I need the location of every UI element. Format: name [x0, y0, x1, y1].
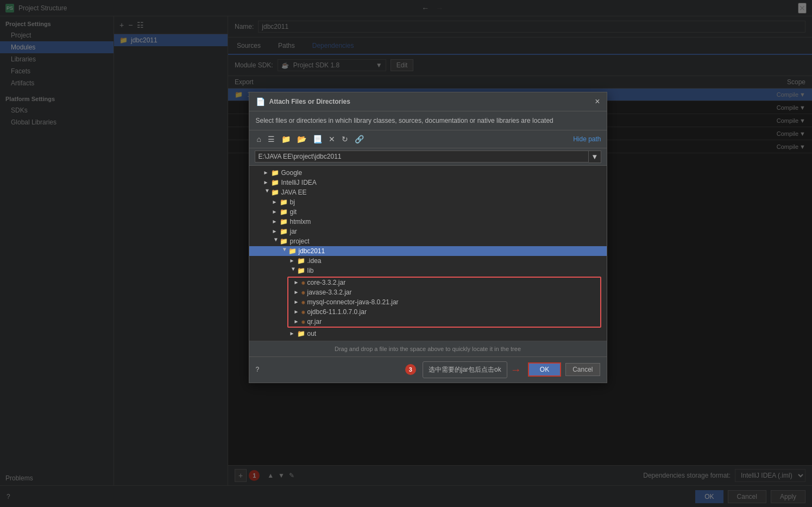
file-refresh-button[interactable]: ↻ — [339, 134, 350, 145]
tooltip-3: 选中需要的jar包后点击ok — [423, 361, 507, 378]
modal-ok-button[interactable]: OK — [528, 362, 561, 377]
folder-icon-lib: 📁 — [297, 267, 305, 274]
tree-item-qr-jar[interactable]: ► ⎈ qr.jar — [288, 317, 600, 327]
modal-titlebar: 📄 Attach Files or Directories × — [249, 92, 607, 111]
tree-item-google[interactable]: ► 📁 Google — [249, 168, 607, 178]
folder-icon-htmlxm: 📁 — [280, 218, 288, 226]
file-list-button[interactable]: ☰ — [266, 134, 277, 145]
tree-arrow-git: ► — [272, 209, 280, 215]
jar-icon-core: ⎈ — [301, 279, 305, 286]
folder-icon-project: 📁 — [280, 237, 288, 245]
folder-icon-idea: 📁 — [297, 257, 305, 265]
tree-label-project: project — [290, 237, 310, 245]
tree-item-jdbc2011[interactable]: ► 📁 jdbc2011 — [249, 246, 607, 256]
tree-arrow-intellij: ► — [263, 179, 271, 185]
tree-arrow-ojdbc-jar: ► — [294, 309, 301, 315]
tree-label-out: out — [307, 330, 317, 337]
tree-item-bj[interactable]: ► 📁 bj — [249, 197, 607, 207]
tree-arrow-out: ► — [289, 330, 297, 336]
tree-item-htmlxm[interactable]: ► 📁 htmlxm — [249, 217, 607, 227]
modal-cancel-button[interactable]: Cancel — [565, 363, 600, 376]
tree-label-idea: .idea — [307, 257, 322, 265]
jar-files-box: ► ⎈ core-3.3.2.jar ► ⎈ javase-3.3.2.jar … — [287, 277, 601, 328]
tree-label-google: Google — [281, 169, 303, 177]
tree-arrow-mysql-jar: ► — [294, 299, 301, 305]
modal-help-button[interactable]: ? — [256, 366, 260, 373]
tree-label-jdbc2011: jdbc2011 — [299, 247, 325, 255]
tree-item-jar-folder[interactable]: ► 📁 jar — [249, 227, 607, 236]
folder-icon-out: 📁 — [297, 330, 305, 337]
tree-label-jar-folder: jar — [290, 228, 297, 235]
tree-arrow-idea: ► — [289, 258, 297, 264]
tree-arrow-qr-jar: ► — [294, 318, 301, 324]
path-input[interactable] — [255, 151, 589, 162]
tree-item-core-jar[interactable]: ► ⎈ core-3.3.2.jar — [288, 278, 600, 287]
tree-label-qr-jar: qr.jar — [307, 318, 322, 326]
modal-icon: 📄 — [256, 97, 265, 106]
tree-arrow-javase-jar: ► — [294, 289, 301, 295]
annotation-3-area: 3 选中需要的jar包后点击ok → — [405, 361, 521, 378]
jar-icon-javase: ⎈ — [301, 289, 305, 296]
tree-item-mysql-jar[interactable]: ► ⎈ mysql-connector-java-8.0.21.jar — [288, 297, 600, 307]
tree-label-git: git — [290, 208, 297, 216]
file-toolbar: ⌂ ☰ 📁 📂 📃 ✕ ↻ 🔗 Hide path — [249, 130, 607, 148]
tree-arrow-bj: ► — [272, 199, 280, 205]
badge-3: 3 — [405, 364, 416, 375]
file-expand-button[interactable]: 📃 — [311, 134, 324, 145]
attach-files-modal: 📄 Attach Files or Directories × Select f… — [249, 92, 607, 383]
file-tree[interactable]: ► 📁 Google ► 📁 IntelliJ IDEA ► 📁 JAVA EE — [249, 166, 607, 341]
modal-close-button[interactable]: × — [595, 97, 600, 107]
file-home-button[interactable]: ⌂ — [255, 134, 263, 145]
modal-overlay: 📄 Attach Files or Directories × Select f… — [0, 0, 812, 507]
hide-path-button[interactable]: Hide path — [573, 135, 601, 143]
folder-icon-git: 📁 — [280, 208, 288, 216]
modal-title-left: 📄 Attach Files or Directories — [256, 97, 350, 106]
tree-label-bj: bj — [290, 198, 295, 206]
tree-arrow-javaee: ► — [264, 189, 270, 196]
modal-title-text: Attach Files or Directories — [269, 98, 350, 105]
tree-arrow-jdbc2011: ► — [281, 247, 287, 255]
tree-item-ojdbc-jar[interactable]: ► ⎈ ojdbc6-11.1.0.7.0.jar — [288, 307, 600, 317]
tree-label-javaee: JAVA EE — [281, 189, 307, 196]
tree-label-ojdbc-jar: ojdbc6-11.1.0.7.0.jar — [307, 308, 367, 316]
folder-icon-jdbc2011: 📁 — [288, 247, 297, 255]
tree-item-intellij[interactable]: ► 📁 IntelliJ IDEA — [249, 178, 607, 187]
modal-bottom: ? 3 选中需要的jar包后点击ok → OK Cancel — [249, 356, 607, 383]
tree-label-javase-jar: javase-3.3.2.jar — [307, 289, 352, 296]
file-link-button[interactable]: 🔗 — [353, 134, 366, 145]
jar-icon-qr: ⎈ — [301, 318, 305, 325]
tree-item-jdbc2011-wrapper: ► 📁 jdbc2011 2 选择你存放的jar包，选中他 — [249, 246, 607, 256]
folder-icon-bj: 📁 — [280, 198, 288, 206]
tree-arrow-htmlxm: ► — [272, 218, 280, 224]
file-close-button[interactable]: ✕ — [326, 134, 337, 145]
folder-icon-google: 📁 — [271, 169, 279, 177]
tree-item-project[interactable]: ► 📁 project — [249, 236, 607, 246]
file-open-folder-button[interactable]: 📂 — [295, 134, 309, 145]
path-dropdown-button[interactable]: ▼ — [589, 151, 601, 163]
tree-item-javaee[interactable]: ► 📁 JAVA EE — [249, 187, 607, 197]
file-new-folder-button[interactable]: 📁 — [279, 134, 293, 145]
tree-arrow-lib: ► — [290, 267, 296, 274]
tree-item-idea[interactable]: ► 📁 .idea — [249, 256, 607, 266]
drag-hint: Drag and drop a file into the space abov… — [249, 341, 607, 356]
folder-icon-intellij: 📁 — [271, 179, 279, 186]
arrow-indicator-3: → — [511, 364, 521, 376]
tree-item-out[interactable]: ► 📁 out — [249, 329, 607, 339]
tree-label-core-jar: core-3.3.2.jar — [307, 279, 346, 286]
tree-label-htmlxm: htmlxm — [290, 218, 311, 226]
path-row: ▼ — [249, 148, 607, 166]
tree-label-intellij: IntelliJ IDEA — [281, 179, 317, 186]
modal-description: Select files or directories in which lib… — [249, 111, 607, 130]
tree-arrow-core-jar: ► — [294, 279, 301, 285]
tree-arrow-project: ► — [273, 237, 279, 245]
folder-icon-jar-folder: 📁 — [280, 228, 288, 235]
tree-label-lib: lib — [307, 267, 314, 274]
tree-item-javase-jar[interactable]: ► ⎈ javase-3.3.2.jar — [288, 287, 600, 297]
folder-icon-javaee: 📁 — [271, 189, 279, 196]
tree-label-mysql-jar: mysql-connector-java-8.0.21.jar — [307, 298, 399, 306]
jar-icon-ojdbc: ⎈ — [301, 309, 305, 315]
tree-item-git[interactable]: ► 📁 git — [249, 207, 607, 217]
tree-arrow-jar-folder: ► — [272, 228, 280, 234]
tree-item-lib[interactable]: ► 📁 lib — [249, 266, 607, 276]
tree-arrow-google: ► — [263, 170, 271, 176]
